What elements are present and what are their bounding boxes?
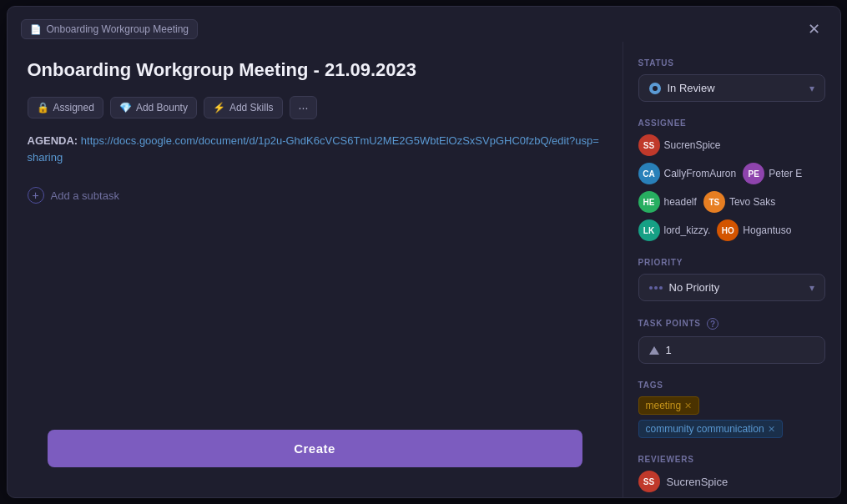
tags-label: TAGS: [638, 381, 825, 390]
add-subtask-label: Add a subtask: [51, 189, 119, 202]
assignee-name: CallyFromAuron: [664, 168, 737, 179]
assignee-name: lord_kizzy.: [664, 224, 711, 236]
status-left: In Review: [649, 82, 715, 94]
create-button[interactable]: Create: [48, 430, 582, 467]
status-dot-icon: [649, 83, 661, 94]
priority-label: PRIORITY: [638, 258, 825, 267]
priority-dot-2: [654, 286, 658, 290]
reviewer-avatar: SS: [638, 471, 660, 492]
breadcrumb-text: Onboarding Workgroup Meeting: [47, 23, 189, 35]
task-points-value: 1: [666, 344, 672, 356]
assignee-section: ASSIGNEE SS SucrenSpice CA CallyFromAuro…: [638, 118, 825, 241]
assignee-avatar: HO: [717, 219, 739, 241]
assignee-avatar: CA: [638, 163, 660, 184]
priority-left: No Priority: [649, 281, 720, 294]
breadcrumb-tab[interactable]: 📄 Onboarding Workgroup Meeting: [21, 19, 199, 39]
help-icon: ?: [707, 318, 718, 330]
task-points-section: TASK POINTS ? 1: [638, 318, 825, 364]
assignee-initials: CA: [643, 169, 654, 179]
assignee-avatar: SS: [638, 134, 660, 156]
left-panel: Onboarding Workgroup Meeting - 21.09.202…: [8, 42, 623, 497]
priority-select[interactable]: No Priority ▾: [638, 274, 825, 301]
tag-remove-button[interactable]: ✕: [684, 401, 692, 411]
task-points-text: TASK POINTS: [638, 319, 701, 328]
bounty-icon: 💎: [119, 102, 132, 113]
task-title: Onboarding Workgroup Meeting - 21.09.202…: [28, 58, 602, 83]
agenda-link[interactable]: https://docs.google.com/document/d/1p2u-…: [28, 134, 599, 164]
add-bounty-label: Add Bounty: [136, 102, 188, 113]
assignee-item: SS SucrenSpice: [638, 134, 721, 156]
status-value: In Review: [668, 82, 715, 94]
modal-header: 📄 Onboarding Workgroup Meeting ✕: [8, 7, 840, 42]
task-modal: 📄 Onboarding Workgroup Meeting ✕ Onboard…: [7, 6, 841, 498]
add-skills-label: Add Skills: [229, 102, 274, 113]
assignee-item: HE headelf: [638, 191, 697, 213]
assignee-initials: PE: [749, 169, 759, 179]
tag-item: community communication ✕: [638, 420, 783, 438]
assignee-item: TS Tevo Saks: [703, 191, 775, 213]
task-points-box: 1: [638, 336, 825, 364]
assignee-initials: TS: [708, 198, 719, 207]
status-section: STATUS In Review ▾: [638, 58, 825, 102]
assignee-avatar: LK: [638, 219, 660, 241]
agenda-section: AGENDA: https://docs.google.com/document…: [28, 133, 602, 168]
status-inner-dot: [653, 86, 658, 91]
assignee-grid: SS SucrenSpice CA CallyFromAuron PE Pete…: [638, 134, 825, 241]
assignee-name: Hogantuso: [743, 224, 791, 236]
reviewers-section: REVIEWERS SS SucrenSpice: [638, 455, 825, 492]
close-icon: ✕: [808, 21, 820, 38]
assignee-name: Peter E: [769, 168, 802, 179]
plus-circle-icon: +: [28, 187, 44, 204]
add-bounty-button[interactable]: 💎 Add Bounty: [110, 97, 197, 118]
assignee-name: Tevo Saks: [729, 196, 775, 208]
assigned-button[interactable]: 🔒 Assigned: [28, 97, 103, 118]
agenda-label: AGENDA:: [28, 134, 78, 147]
more-button[interactable]: ···: [290, 96, 318, 119]
assignee-item: LK lord_kizzy.: [638, 219, 711, 241]
create-label: Create: [294, 441, 335, 456]
skills-icon: ⚡: [213, 102, 225, 113]
status-label: STATUS: [638, 58, 825, 68]
more-icon: ···: [299, 101, 309, 114]
assignee-avatar: PE: [743, 163, 764, 184]
add-skills-button[interactable]: ⚡ Add Skills: [204, 97, 283, 118]
reviewer-name: SucrenSpice: [667, 476, 729, 488]
assignee-name: SucrenSpice: [664, 139, 721, 151]
assigned-label: Assigned: [53, 102, 94, 113]
priority-dots-icon: [649, 286, 663, 290]
priority-value: No Priority: [669, 281, 720, 294]
assignee-initials: SS: [643, 141, 654, 150]
assignee-item: HO Hogantuso: [717, 219, 791, 241]
chevron-down-icon: ▾: [809, 83, 814, 94]
points-triangle-icon: [649, 346, 659, 355]
assignee-initials: HE: [643, 198, 655, 207]
action-bar: 🔒 Assigned 💎 Add Bounty ⚡ Add Skills ···: [28, 96, 602, 119]
lock-icon: 🔒: [37, 102, 49, 113]
modal-overlay: 📄 Onboarding Workgroup Meeting ✕ Onboard…: [0, 0, 847, 504]
assignee-item: PE Peter E: [743, 163, 802, 184]
priority-section: PRIORITY No Priority ▾: [638, 258, 825, 301]
task-points-label: TASK POINTS ?: [638, 318, 825, 330]
assignee-initials: HO: [722, 226, 734, 235]
priority-chevron-icon: ▾: [809, 282, 814, 294]
assignee-initials: LK: [643, 226, 654, 235]
reviewers-label: REVIEWERS: [638, 455, 825, 464]
priority-dot-3: [659, 286, 663, 290]
assignee-avatar: TS: [703, 191, 725, 213]
tags-container: meeting ✕ community communication ✕: [638, 396, 825, 438]
file-icon: 📄: [30, 24, 42, 35]
tags-section: TAGS meeting ✕ community communication ✕: [638, 381, 825, 438]
tag-item: meeting ✕: [638, 396, 700, 415]
close-button[interactable]: ✕: [801, 17, 827, 42]
add-subtask[interactable]: + Add a subtask: [28, 187, 602, 204]
reviewer-initials: SS: [643, 477, 654, 486]
tag-remove-button[interactable]: ✕: [768, 424, 775, 435]
tag-label: community communication: [646, 423, 764, 435]
assignee-name: headelf: [664, 196, 697, 208]
assignee-avatar: HE: [638, 191, 660, 213]
tag-label: meeting: [646, 400, 682, 411]
status-select[interactable]: In Review ▾: [638, 74, 825, 102]
right-panel: STATUS In Review ▾ ASSIGNEE: [623, 42, 840, 497]
assignee-label: ASSIGNEE: [638, 118, 825, 128]
priority-dot-1: [649, 286, 653, 290]
